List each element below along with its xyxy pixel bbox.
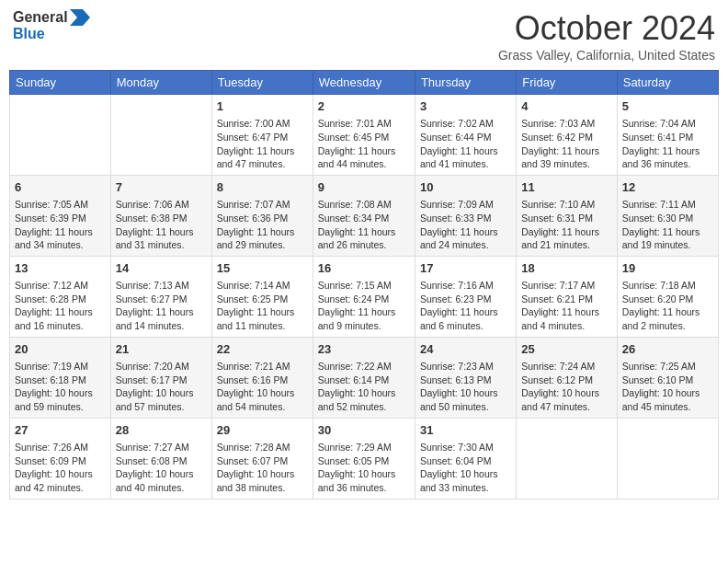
col-thursday: Thursday xyxy=(415,71,516,95)
day-info: Sunrise: 7:21 AMSunset: 6:16 PMDaylight:… xyxy=(217,361,295,412)
day-number: 5 xyxy=(622,98,713,115)
calendar-cell: 27Sunrise: 7:26 AMSunset: 6:09 PMDayligh… xyxy=(10,418,111,499)
day-number: 31 xyxy=(420,422,511,439)
calendar-cell: 29Sunrise: 7:28 AMSunset: 6:07 PMDayligh… xyxy=(211,418,313,499)
calendar-cell: 17Sunrise: 7:16 AMSunset: 6:23 PMDayligh… xyxy=(415,256,516,337)
calendar-cell: 9Sunrise: 7:08 AMSunset: 6:34 PMDaylight… xyxy=(313,175,415,256)
calendar-table: Sunday Monday Tuesday Wednesday Thursday… xyxy=(9,70,719,500)
day-number: 30 xyxy=(318,422,410,439)
day-number: 17 xyxy=(420,260,511,277)
day-number: 13 xyxy=(15,260,106,277)
day-number: 6 xyxy=(15,179,106,196)
calendar-week-row: 20Sunrise: 7:19 AMSunset: 6:18 PMDayligh… xyxy=(10,337,719,418)
day-number: 4 xyxy=(521,98,611,115)
day-number: 8 xyxy=(217,179,308,196)
day-info: Sunrise: 7:26 AMSunset: 6:09 PMDaylight:… xyxy=(15,442,93,493)
day-number: 21 xyxy=(116,341,207,358)
day-number: 16 xyxy=(318,260,410,277)
day-number: 24 xyxy=(420,341,511,358)
day-number: 1 xyxy=(217,98,308,115)
calendar-cell xyxy=(617,418,718,499)
calendar-cell: 26Sunrise: 7:25 AMSunset: 6:10 PMDayligh… xyxy=(617,337,718,418)
calendar-cell: 25Sunrise: 7:24 AMSunset: 6:12 PMDayligh… xyxy=(517,337,617,418)
day-info: Sunrise: 7:03 AMSunset: 6:42 PMDaylight:… xyxy=(521,118,599,169)
day-info: Sunrise: 7:01 AMSunset: 6:45 PMDaylight:… xyxy=(318,118,396,169)
day-info: Sunrise: 7:10 AMSunset: 6:31 PMDaylight:… xyxy=(521,199,599,250)
day-number: 7 xyxy=(116,179,207,196)
calendar-cell: 8Sunrise: 7:07 AMSunset: 6:36 PMDaylight… xyxy=(211,175,313,256)
col-tuesday: Tuesday xyxy=(211,71,313,95)
calendar-header-row: Sunday Monday Tuesday Wednesday Thursday… xyxy=(10,71,719,95)
calendar-cell: 23Sunrise: 7:22 AMSunset: 6:14 PMDayligh… xyxy=(313,337,415,418)
logo: General Blue xyxy=(13,9,90,42)
day-info: Sunrise: 7:29 AMSunset: 6:05 PMDaylight:… xyxy=(318,442,396,493)
day-info: Sunrise: 7:20 AMSunset: 6:17 PMDaylight:… xyxy=(116,361,194,412)
day-number: 23 xyxy=(318,341,410,358)
day-number: 10 xyxy=(420,179,511,196)
col-sunday: Sunday xyxy=(10,71,111,95)
day-info: Sunrise: 7:23 AMSunset: 6:13 PMDaylight:… xyxy=(420,361,498,412)
day-info: Sunrise: 7:25 AMSunset: 6:10 PMDaylight:… xyxy=(622,361,700,412)
day-info: Sunrise: 7:08 AMSunset: 6:34 PMDaylight:… xyxy=(318,199,396,250)
calendar-cell: 3Sunrise: 7:02 AMSunset: 6:44 PMDaylight… xyxy=(415,95,516,176)
calendar-cell: 19Sunrise: 7:18 AMSunset: 6:20 PMDayligh… xyxy=(617,256,718,337)
day-info: Sunrise: 7:13 AMSunset: 6:27 PMDaylight:… xyxy=(116,280,194,331)
title-block: October 2024 Grass Valley, California, U… xyxy=(498,9,715,63)
day-number: 18 xyxy=(521,260,611,277)
day-info: Sunrise: 7:16 AMSunset: 6:23 PMDaylight:… xyxy=(420,280,498,331)
calendar-cell: 13Sunrise: 7:12 AMSunset: 6:28 PMDayligh… xyxy=(10,256,111,337)
calendar-cell: 12Sunrise: 7:11 AMSunset: 6:30 PMDayligh… xyxy=(617,175,718,256)
day-info: Sunrise: 7:14 AMSunset: 6:25 PMDaylight:… xyxy=(217,280,295,331)
calendar-cell: 14Sunrise: 7:13 AMSunset: 6:27 PMDayligh… xyxy=(110,256,211,337)
calendar-cell: 22Sunrise: 7:21 AMSunset: 6:16 PMDayligh… xyxy=(211,337,313,418)
day-number: 14 xyxy=(116,260,207,277)
calendar-cell: 7Sunrise: 7:06 AMSunset: 6:38 PMDaylight… xyxy=(110,175,211,256)
calendar-week-row: 6Sunrise: 7:05 AMSunset: 6:39 PMDaylight… xyxy=(10,175,719,256)
svg-marker-0 xyxy=(70,9,90,26)
day-number: 3 xyxy=(420,98,511,115)
location: Grass Valley, California, United States xyxy=(498,48,715,63)
logo-text: General Blue xyxy=(13,9,90,42)
calendar-cell: 24Sunrise: 7:23 AMSunset: 6:13 PMDayligh… xyxy=(415,337,516,418)
calendar-cell: 6Sunrise: 7:05 AMSunset: 6:39 PMDaylight… xyxy=(10,175,111,256)
day-number: 15 xyxy=(217,260,308,277)
day-info: Sunrise: 7:30 AMSunset: 6:04 PMDaylight:… xyxy=(420,442,498,493)
calendar-cell: 30Sunrise: 7:29 AMSunset: 6:05 PMDayligh… xyxy=(313,418,415,499)
day-info: Sunrise: 7:24 AMSunset: 6:12 PMDaylight:… xyxy=(521,361,599,412)
day-number: 28 xyxy=(116,422,207,439)
day-info: Sunrise: 7:18 AMSunset: 6:20 PMDaylight:… xyxy=(622,280,700,331)
month-title: October 2024 xyxy=(498,9,715,48)
day-info: Sunrise: 7:09 AMSunset: 6:33 PMDaylight:… xyxy=(420,199,498,250)
day-info: Sunrise: 7:19 AMSunset: 6:18 PMDaylight:… xyxy=(15,361,93,412)
day-number: 12 xyxy=(622,179,713,196)
calendar-cell: 28Sunrise: 7:27 AMSunset: 6:08 PMDayligh… xyxy=(110,418,211,499)
calendar-cell: 2Sunrise: 7:01 AMSunset: 6:45 PMDaylight… xyxy=(313,95,415,176)
day-number: 27 xyxy=(15,422,106,439)
day-number: 9 xyxy=(318,179,410,196)
calendar-cell: 5Sunrise: 7:04 AMSunset: 6:41 PMDaylight… xyxy=(617,95,718,176)
day-info: Sunrise: 7:04 AMSunset: 6:41 PMDaylight:… xyxy=(622,118,700,169)
calendar-week-row: 1Sunrise: 7:00 AMSunset: 6:47 PMDaylight… xyxy=(10,95,719,176)
day-number: 22 xyxy=(217,341,308,358)
calendar-cell: 21Sunrise: 7:20 AMSunset: 6:17 PMDayligh… xyxy=(110,337,211,418)
day-info: Sunrise: 7:27 AMSunset: 6:08 PMDaylight:… xyxy=(116,442,194,493)
calendar-cell xyxy=(110,95,211,176)
day-info: Sunrise: 7:17 AMSunset: 6:21 PMDaylight:… xyxy=(521,280,599,331)
day-number: 11 xyxy=(521,179,611,196)
calendar-cell xyxy=(10,95,111,176)
day-number: 25 xyxy=(521,341,611,358)
day-info: Sunrise: 7:11 AMSunset: 6:30 PMDaylight:… xyxy=(622,199,700,250)
calendar-cell: 18Sunrise: 7:17 AMSunset: 6:21 PMDayligh… xyxy=(517,256,617,337)
col-friday: Friday xyxy=(517,71,617,95)
day-info: Sunrise: 7:12 AMSunset: 6:28 PMDaylight:… xyxy=(15,280,93,331)
day-info: Sunrise: 7:05 AMSunset: 6:39 PMDaylight:… xyxy=(15,199,93,250)
day-info: Sunrise: 7:07 AMSunset: 6:36 PMDaylight:… xyxy=(217,199,295,250)
calendar-cell: 31Sunrise: 7:30 AMSunset: 6:04 PMDayligh… xyxy=(415,418,516,499)
calendar-cell: 10Sunrise: 7:09 AMSunset: 6:33 PMDayligh… xyxy=(415,175,516,256)
calendar-week-row: 13Sunrise: 7:12 AMSunset: 6:28 PMDayligh… xyxy=(10,256,719,337)
col-monday: Monday xyxy=(110,71,211,95)
calendar-cell: 16Sunrise: 7:15 AMSunset: 6:24 PMDayligh… xyxy=(313,256,415,337)
calendar-cell xyxy=(517,418,617,499)
day-number: 20 xyxy=(15,341,106,358)
day-info: Sunrise: 7:28 AMSunset: 6:07 PMDaylight:… xyxy=(217,442,295,493)
